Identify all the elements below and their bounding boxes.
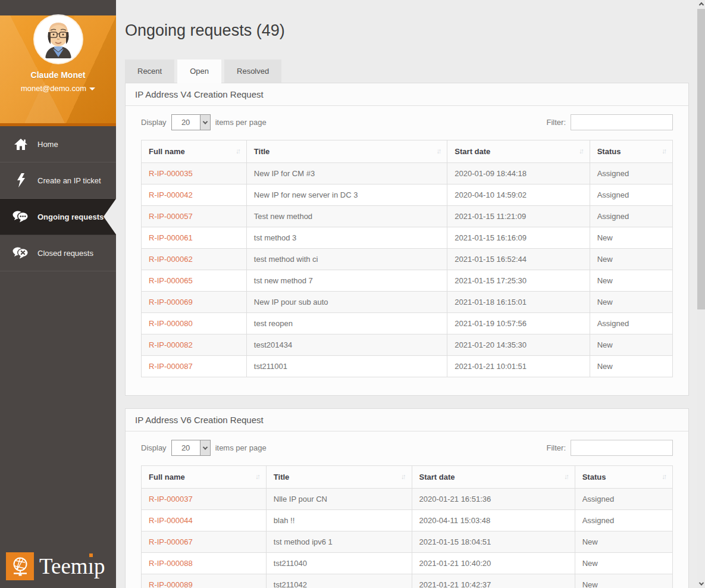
title-cell: Nlle IP pour CN (266, 489, 412, 510)
page-size-select[interactable]: 20 (171, 114, 211, 130)
tab-recent[interactable]: Recent (125, 60, 174, 83)
avatar (35, 15, 82, 63)
sort-icon: ↓↑ (401, 473, 405, 481)
scrollbar-thumb[interactable] (697, 9, 705, 309)
status-cell: Assigned (575, 510, 672, 531)
status-cell: New (590, 227, 672, 249)
sidebar-item-home[interactable]: Home (0, 126, 116, 162)
page-size-value: 20 (172, 440, 200, 455)
tab-resolved[interactable]: Resolved (224, 60, 281, 83)
request-id-link[interactable]: R-IP-000082 (142, 334, 247, 356)
title-cell: test reopen (246, 313, 447, 334)
user-menu-toggle[interactable]: monet@demo.com (0, 84, 116, 93)
request-id-link[interactable]: R-IP-000044 (142, 510, 267, 531)
start-date-cell: 2020-04-10 14:59:02 (447, 184, 590, 206)
sidebar-item-label: Ongoing requests (37, 212, 104, 221)
status-cell: Assigned (590, 184, 672, 206)
tab-open[interactable]: Open (177, 60, 221, 83)
table-row: R-IP-000065tst new method 72021-01-15 17… (142, 270, 673, 292)
title-cell: tst211040 (266, 553, 412, 574)
scroll-up-button[interactable] (697, 0, 705, 9)
request-id-link[interactable]: R-IP-000088 (142, 553, 267, 574)
status-cell: New (590, 356, 672, 377)
start-date-cell: 2021-01-21 10:40:20 (412, 553, 575, 574)
page-size-value: 20 (172, 115, 200, 130)
scroll-down-button[interactable] (697, 579, 705, 588)
filter-control: Filter: (547, 440, 673, 456)
table-row: R-IP-000042New IP for new server in DC 3… (142, 184, 673, 206)
sidebar-item-ongoing-requests[interactable]: Ongoing requests (0, 199, 116, 235)
table-header-row: Full name↓↑ Title↓↑ Start date↓↑ Status↓… (142, 466, 673, 489)
request-id-link[interactable]: R-IP-000035 (142, 163, 247, 184)
request-id-link[interactable]: R-IP-000089 (142, 574, 267, 588)
request-id-link[interactable]: R-IP-000062 (142, 249, 247, 270)
panel-body: Display 20 items per page Filter: Full n (126, 431, 688, 588)
title-cell: tst method 3 (246, 227, 447, 249)
title-cell: tst211042 (266, 574, 412, 588)
teemip-wordmark: Teemıp (39, 555, 105, 577)
user-header: Claude Monet monet@demo.com (0, 15, 116, 126)
requests-table-ipv4: Full name↓↑ Title↓↑ Start date↓↑ Status↓… (141, 140, 673, 377)
filter-input[interactable] (571, 114, 673, 130)
start-date-cell: 2021-01-20 14:35:30 (447, 334, 590, 356)
filter-control: Filter: (547, 114, 673, 130)
teemip-logo[interactable]: Teemıp (6, 552, 105, 580)
table-controls: Display 20 items per page Filter: (141, 114, 673, 130)
sort-icon: ↓↑ (662, 147, 665, 155)
start-date-cell: 2021-01-21 10:42:37 (412, 574, 575, 588)
user-email: monet@demo.com (21, 84, 86, 93)
start-date-cell: 2021-01-15 16:16:09 (447, 227, 590, 249)
chat-bubbles-icon (12, 210, 30, 223)
sidebar-item-label: Closed requests (37, 249, 93, 258)
status-cell: New (575, 531, 672, 553)
column-header-title[interactable]: Title↓↑ (266, 466, 412, 489)
start-date-cell: 2021-01-19 10:57:56 (447, 313, 590, 334)
sidebar-menu: Home Create an IP ticket (0, 126, 116, 271)
select-arrow (200, 440, 210, 455)
request-id-link[interactable]: R-IP-000057 (142, 206, 247, 227)
request-id-link[interactable]: R-IP-000069 (142, 292, 247, 313)
column-header-start-date[interactable]: Start date↓↑ (412, 466, 575, 489)
column-header-full-name[interactable]: Full name↓↑ (142, 140, 247, 163)
request-id-link[interactable]: R-IP-000042 (142, 184, 247, 206)
requests-table-ipv6: Full name↓↑ Title↓↑ Start date↓↑ Status↓… (141, 465, 673, 588)
table-header-row: Full name↓↑ Title↓↑ Start date↓↑ Status↓… (142, 140, 673, 163)
panel-ipv6-requests: IP Address V6 Creation Request Display 2… (125, 408, 689, 588)
avatar-illustration (35, 15, 82, 63)
request-id-link[interactable]: R-IP-000087 (142, 356, 247, 377)
sidebar-item-label: Create an IP ticket (37, 176, 101, 185)
status-cell: Assigned (590, 163, 672, 184)
column-header-full-name[interactable]: Full name↓↑ (142, 466, 267, 489)
sort-icon: ↓↑ (236, 147, 239, 155)
column-header-start-date[interactable]: Start date↓↑ (447, 140, 590, 163)
request-id-link[interactable]: R-IP-000080 (142, 313, 247, 334)
sort-icon: ↓↑ (436, 147, 440, 155)
title-cell: tst new method 7 (246, 270, 447, 292)
user-name: Claude Monet (0, 70, 116, 80)
panel-ipv4-requests: IP Address V4 Creation Request Display 2… (125, 83, 689, 396)
display-label: Display (141, 118, 167, 127)
request-id-link[interactable]: R-IP-000061 (142, 227, 247, 249)
column-header-status[interactable]: Status↓↑ (590, 140, 672, 163)
chat-closed-icon (12, 246, 30, 259)
column-header-status[interactable]: Status↓↑ (575, 466, 672, 489)
start-date-cell: 2021-01-15 18:04:51 (412, 531, 575, 553)
start-date-cell: 2021-01-18 16:15:01 (447, 292, 590, 313)
home-icon (12, 138, 30, 151)
table-row: R-IP-000067tst method ipv6 12021-01-15 1… (142, 531, 673, 553)
status-cell: New (575, 553, 672, 574)
table-row: R-IP-000069New IP pour sub auto2021-01-1… (142, 292, 673, 313)
table-row: R-IP-000088tst2110402021-01-21 10:40:20N… (142, 553, 673, 574)
sidebar-item-closed-requests[interactable]: Closed requests (0, 235, 116, 271)
request-id-link[interactable]: R-IP-000037 (142, 489, 267, 510)
request-id-link[interactable]: R-IP-000067 (142, 531, 267, 553)
column-header-title[interactable]: Title↓↑ (246, 140, 447, 163)
filter-input[interactable] (571, 440, 673, 456)
request-id-link[interactable]: R-IP-000065 (142, 270, 247, 292)
start-date-cell: 2021-01-21 10:01:51 (447, 356, 590, 377)
panel-body: Display 20 items per page Filter: Full n (126, 106, 688, 395)
title-cell: test method with ci (246, 249, 447, 270)
page-size-select[interactable]: 20 (171, 440, 211, 456)
table-row: R-IP-000062test method with ci2021-01-15… (142, 249, 673, 270)
sidebar-item-create-ip-ticket[interactable]: Create an IP ticket (0, 162, 116, 199)
